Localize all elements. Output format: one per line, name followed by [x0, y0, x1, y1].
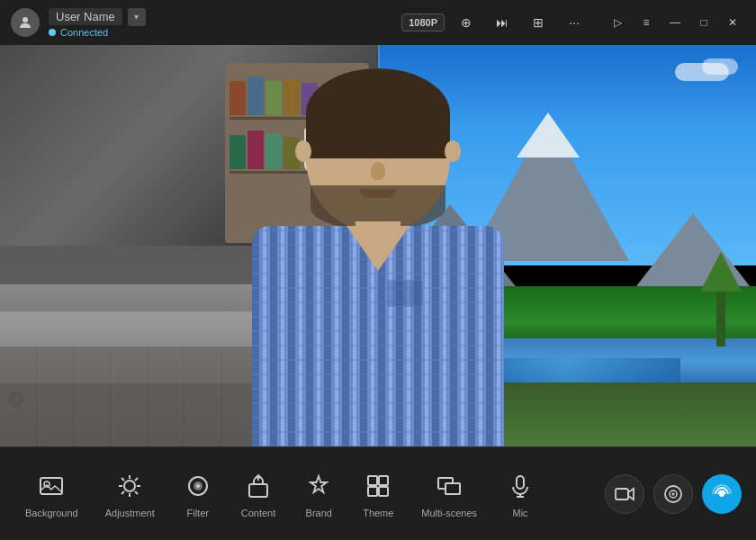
filter-label: Filter [187, 508, 209, 518]
camera-control-button[interactable] [605, 474, 644, 514]
svg-point-0 [22, 17, 28, 22]
video-split [0, 45, 756, 446]
titlebar-tools: 1080P ⊕ ⏭ ⊞ ··· [401, 10, 589, 35]
toolbar-item-background[interactable]: Background [14, 463, 89, 526]
menu-button[interactable]: ≡ [634, 10, 659, 35]
filter-icon [182, 470, 214, 502]
content-icon [242, 470, 274, 502]
connected-indicator [49, 29, 56, 36]
background-icon [35, 470, 68, 502]
more-options-button[interactable]: ··· [560, 10, 589, 35]
toolbar-item-content[interactable]: Content [230, 463, 287, 526]
maximize-button[interactable]: □ [691, 10, 716, 35]
window-controls: ▷ ≡ — □ ✕ [605, 10, 745, 35]
adjustment-label: Adjustment [105, 508, 155, 518]
toolbar-item-mic[interactable]: Mic [493, 463, 547, 526]
svg-line-11 [122, 491, 124, 494]
mic-label: Mic [512, 508, 527, 518]
svg-rect-22 [446, 483, 460, 494]
avatar [11, 8, 40, 37]
toolbar-item-filter[interactable]: Filter [171, 463, 225, 526]
video-area [0, 45, 756, 446]
media-button[interactable]: ▷ [605, 10, 630, 35]
username-dropdown[interactable]: ▾ [128, 8, 146, 26]
svg-rect-15 [249, 484, 267, 497]
svg-rect-27 [616, 489, 628, 500]
toolbar-item-theme[interactable]: Theme [351, 463, 405, 526]
svg-point-30 [672, 492, 675, 495]
resolution-badge: 1080P [401, 14, 445, 32]
signal-control-button[interactable] [702, 474, 742, 514]
brand-label: Brand [306, 508, 332, 518]
video-right-panel [378, 45, 756, 446]
mic-icon [504, 470, 536, 502]
background-label: Background [25, 508, 78, 518]
close-button[interactable]: ✕ [720, 10, 745, 35]
toolbar-item-adjustment[interactable]: Adjustment [94, 463, 166, 526]
adjustment-icon [113, 470, 146, 502]
svg-line-8 [122, 478, 124, 481]
theme-label: Theme [363, 508, 393, 518]
theme-icon [362, 470, 394, 502]
svg-rect-19 [379, 487, 388, 496]
connected-label: Connected [60, 27, 108, 38]
panel-divider [378, 45, 380, 446]
svg-point-3 [124, 481, 135, 491]
svg-rect-24 [517, 476, 524, 489]
svg-rect-17 [379, 476, 388, 485]
svg-line-9 [135, 491, 138, 494]
svg-point-14 [196, 484, 200, 488]
svg-line-10 [135, 478, 138, 481]
brand-icon [302, 470, 335, 502]
toolbar: Background Adjustment [0, 446, 756, 540]
minimize-button[interactable]: — [662, 10, 688, 35]
layout-button[interactable]: ⊞ [524, 10, 553, 35]
username-label: User Name [49, 8, 122, 25]
toolbar-item-brand[interactable]: Brand [292, 463, 346, 526]
svg-rect-1 [40, 478, 62, 494]
video-left-panel [0, 45, 378, 446]
zoom-in-button[interactable]: ⊕ [452, 10, 481, 35]
multi-scenes-icon [433, 470, 465, 502]
speaker-control-button[interactable] [653, 474, 693, 514]
plant-decoration [310, 257, 364, 320]
svg-rect-18 [368, 487, 377, 496]
toolbar-right-controls [605, 474, 742, 514]
titlebar: User Name ▾ Connected 1080P ⊕ ⏭ ⊞ ··· ▷ … [0, 0, 756, 45]
content-label: Content [241, 508, 276, 518]
toolbar-items: Background Adjustment [14, 463, 605, 526]
toolbar-item-multi-scenes[interactable]: Multi-scenes [410, 463, 488, 526]
user-info: User Name ▾ Connected [49, 8, 146, 38]
multi-scenes-label: Multi-scenes [421, 508, 477, 518]
skip-button[interactable]: ⏭ [488, 10, 517, 35]
bookshelf-decoration [225, 63, 369, 243]
svg-rect-16 [368, 476, 377, 485]
